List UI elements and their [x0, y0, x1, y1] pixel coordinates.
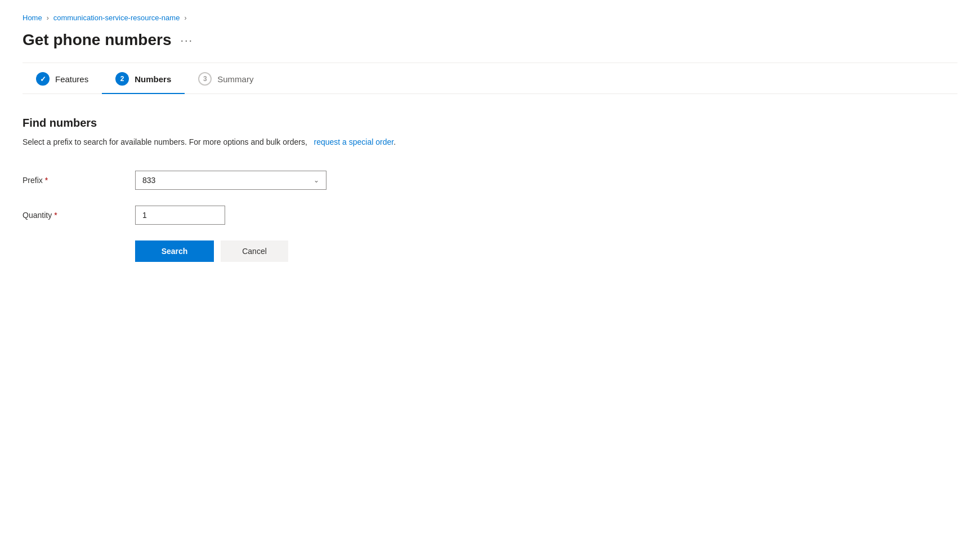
quantity-row: Quantity * — [23, 206, 957, 225]
search-button[interactable]: Search — [135, 240, 214, 262]
form-buttons: Search Cancel — [23, 240, 957, 262]
prefix-row: Prefix * 833 ⌄ — [23, 171, 957, 190]
prefix-dropdown-value: 833 — [142, 176, 155, 185]
page-menu-dots[interactable]: ··· — [180, 34, 193, 47]
breadcrumb: Home › communication-service-resource-na… — [23, 14, 957, 22]
prefix-label: Prefix * — [23, 176, 135, 185]
breadcrumb-separator-1: › — [47, 14, 49, 22]
tab-summary[interactable]: 3 Summary — [185, 63, 267, 93]
breadcrumb-resource[interactable]: communication-service-resource-name — [53, 14, 180, 22]
quantity-required: * — [54, 211, 57, 220]
step-number-numbers: 2 — [120, 75, 124, 83]
step-circle-numbers: 2 — [115, 72, 129, 86]
quantity-control — [135, 206, 326, 225]
tab-summary-label: Summary — [217, 74, 253, 84]
description-text: Select a prefix to search for available … — [23, 137, 307, 146]
tab-numbers[interactable]: 2 Numbers — [102, 63, 185, 93]
special-order-link[interactable]: request a special order — [314, 137, 393, 146]
description-end: . — [393, 137, 396, 146]
find-numbers-title: Find numbers — [23, 117, 957, 130]
tab-numbers-label: Numbers — [135, 74, 171, 84]
prefix-dropdown[interactable]: 833 ⌄ — [135, 171, 326, 190]
prefix-control: 833 ⌄ — [135, 171, 326, 190]
cancel-button[interactable]: Cancel — [221, 240, 288, 262]
breadcrumb-home[interactable]: Home — [23, 14, 42, 22]
step-circle-features: ✓ — [36, 72, 50, 86]
find-numbers-description: Select a prefix to search for available … — [23, 136, 957, 148]
chevron-down-icon: ⌄ — [314, 176, 319, 184]
tab-features[interactable]: ✓ Features — [23, 63, 102, 93]
find-numbers-section: Find numbers Select a prefix to search f… — [23, 117, 957, 262]
wizard-tabs: ✓ Features 2 Numbers 3 Summary — [23, 63, 957, 94]
page-title: Get phone numbers — [23, 31, 171, 49]
tab-features-label: Features — [55, 74, 88, 84]
quantity-label: Quantity * — [23, 211, 135, 220]
breadcrumb-separator-2: › — [184, 14, 186, 22]
quantity-input[interactable] — [135, 206, 225, 225]
step-number-summary: 3 — [203, 75, 207, 83]
checkmark-icon: ✓ — [40, 75, 46, 83]
step-circle-summary: 3 — [198, 72, 212, 86]
prefix-required: * — [45, 176, 48, 185]
page-title-row: Get phone numbers ··· — [23, 31, 957, 49]
